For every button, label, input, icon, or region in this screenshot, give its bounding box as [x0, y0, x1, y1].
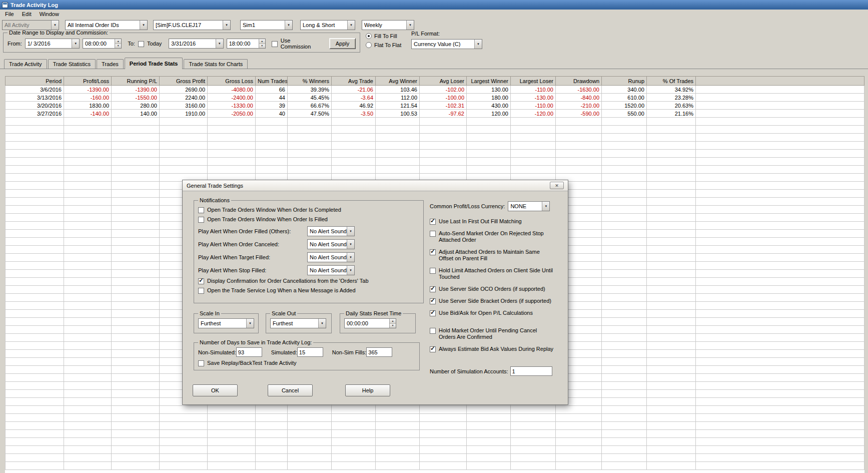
checkbox[interactable]	[430, 231, 436, 237]
to-date-combo[interactable]: 3/31/2016 ▼	[169, 39, 223, 49]
account-combo[interactable]: Sim1 ▼	[240, 20, 293, 30]
checkbox-row[interactable]: Open Trade Orders Window When Order Is F…	[198, 216, 419, 223]
spin-up-icon[interactable]: ▲	[259, 39, 265, 44]
column-header[interactable]: Profit/Loss	[64, 77, 112, 86]
tab[interactable]: Trade Stats for Charts	[184, 59, 248, 69]
column-header[interactable]: Largest Loser	[511, 77, 556, 86]
chevron-down-icon[interactable]: ▼	[216, 39, 223, 48]
dialog-titlebar[interactable]: General Trade Settings ✕	[183, 180, 568, 191]
chevron-down-icon[interactable]: ▼	[51, 21, 59, 30]
table-row[interactable]: 3/27/2016-140.00140.001910.00-2050.00404…	[6, 110, 864, 118]
chevron-down-icon[interactable]: ▼	[318, 319, 326, 328]
period-combo[interactable]: Weekly ▼	[362, 20, 414, 30]
tab[interactable]: Trade Statistics	[48, 59, 96, 69]
menu-edit[interactable]: Edit	[18, 10, 36, 18]
checkbox[interactable]	[430, 219, 436, 225]
chevron-down-icon[interactable]: ▼	[223, 21, 230, 30]
column-header[interactable]: Gross Profit	[160, 77, 208, 86]
column-header[interactable]: Gross Loss	[208, 77, 256, 86]
scale-in-combo[interactable]: Furthest ▼	[198, 318, 254, 328]
close-icon[interactable]: ✕	[550, 182, 564, 189]
column-header[interactable]: Largest Winner	[467, 77, 511, 86]
column-header[interactable]: Drawdown	[556, 77, 602, 86]
checkbox-row[interactable]: Use Bid/Ask for Open P/L Calculations	[430, 310, 564, 316]
cancel-button[interactable]: Cancel	[268, 384, 313, 396]
checkbox[interactable]	[430, 346, 436, 352]
checkbox-row[interactable]: Hold Limit Attached Orders on Client Sid…	[430, 267, 564, 280]
checkbox[interactable]	[198, 288, 204, 294]
column-header[interactable]: Avg Loser	[420, 77, 467, 86]
non-sim-fills-input[interactable]	[366, 347, 392, 357]
internal-order-ids-combo[interactable]: All Internal Order IDs ▼	[65, 20, 148, 30]
chevron-down-icon[interactable]: ▼	[140, 21, 147, 30]
pl-format-combo[interactable]: Currency Value (C) ▼	[411, 39, 482, 49]
chevron-down-icon[interactable]: ▼	[474, 40, 482, 49]
save-replay-row[interactable]: Save Replay/BackTest Trade Activity	[198, 360, 415, 366]
checkbox[interactable]	[430, 286, 436, 292]
spin-down-icon[interactable]: ▼	[390, 324, 396, 328]
spin-down-icon[interactable]: ▼	[115, 44, 121, 49]
checkbox-row[interactable]: Hold Market Order Until Pending Cancel O…	[430, 327, 564, 340]
column-header[interactable]: Avg Winner	[376, 77, 420, 86]
save-replay-checkbox[interactable]	[198, 360, 204, 366]
menu-window[interactable]: Window	[36, 10, 63, 18]
tab[interactable]: Trades	[97, 59, 124, 69]
chevron-down-icon[interactable]: ▼	[347, 253, 354, 262]
activity-filter-combo[interactable]: All Activity ▼	[2, 20, 59, 30]
chevron-down-icon[interactable]: ▼	[347, 266, 354, 275]
today-checkbox[interactable]	[138, 41, 144, 47]
help-button[interactable]: Help	[345, 384, 390, 396]
apply-button[interactable]: Apply	[329, 38, 356, 49]
checkbox[interactable]	[198, 278, 204, 284]
checkbox-row[interactable]: Always Estimate Bid Ask Values During Re…	[430, 346, 564, 352]
chevron-down-icon[interactable]: ▼	[72, 39, 79, 48]
checkbox[interactable]	[430, 249, 436, 255]
menu-file[interactable]: File	[1, 10, 18, 18]
tab[interactable]: Period Trade Stats	[125, 58, 183, 69]
column-header[interactable]: % Winners	[288, 77, 332, 86]
column-header[interactable]: Running P/L	[112, 77, 160, 86]
checkbox[interactable]	[430, 298, 436, 304]
checkbox[interactable]	[198, 207, 204, 213]
column-header[interactable]: Runup	[602, 77, 647, 86]
ok-button[interactable]: OK	[193, 384, 238, 396]
checkbox-row[interactable]: Adjust Attached Orders to Maintain Same …	[430, 249, 564, 262]
column-header[interactable]: Avg Trade	[332, 77, 376, 86]
alert-sound-combo[interactable]: No Alert Sound ▼	[307, 226, 355, 236]
column-header[interactable]: Num Trades	[256, 77, 288, 86]
from-date-combo[interactable]: 1/ 3/2016 ▼	[25, 39, 80, 49]
use-commission-checkbox[interactable]	[272, 41, 278, 47]
long-short-combo[interactable]: Long & Short ▼	[300, 20, 355, 30]
chevron-down-icon[interactable]: ▼	[285, 21, 292, 30]
table-row[interactable]: 3/20/20161830.00280.003160.00-1330.00396…	[6, 102, 864, 110]
chevron-down-icon[interactable]: ▼	[347, 227, 354, 236]
window-titlebar[interactable]: Trade Activity Log	[0, 0, 868, 10]
checkbox-row[interactable]: Display Confirmation for Order Cancellat…	[198, 278, 419, 284]
chevron-down-icon[interactable]: ▼	[406, 21, 414, 30]
sim-accounts-input[interactable]	[510, 366, 552, 376]
non-simulated-input[interactable]	[236, 347, 262, 357]
checkbox[interactable]	[198, 217, 204, 223]
checkbox[interactable]	[430, 268, 436, 274]
daily-reset-time-spinner[interactable]: 00:00:00 ▲ ▼	[344, 318, 396, 328]
spin-up-icon[interactable]: ▲	[390, 319, 396, 324]
checkbox-row[interactable]: Auto-Send Market Order On Rejected Stop …	[430, 230, 564, 243]
chevron-down-icon[interactable]: ▼	[347, 240, 354, 249]
checkbox[interactable]	[430, 310, 436, 316]
alert-sound-combo[interactable]: No Alert Sound ▼	[307, 239, 355, 249]
to-time-spinner[interactable]: 18:00:00 ▲ ▼	[227, 39, 266, 49]
chevron-down-icon[interactable]: ▼	[542, 202, 549, 211]
from-time-spinner[interactable]: 08:00:00 ▲ ▼	[83, 39, 122, 49]
checkbox-row[interactable]: Open the Trade Service Log When a New Me…	[198, 287, 419, 294]
simulated-input[interactable]	[297, 347, 323, 357]
chevron-down-icon[interactable]: ▼	[246, 319, 254, 328]
checkbox-row[interactable]: Use Server Side OCO Orders (if supported…	[430, 286, 564, 292]
fill-to-fill-option[interactable]: Fill To Fill	[366, 33, 401, 39]
table-row[interactable]: 3/13/2016-160.00-1550.002240.00-2400.004…	[6, 94, 864, 102]
column-header[interactable]: Period	[6, 77, 64, 86]
checkbox[interactable]	[430, 328, 436, 334]
spin-up-icon[interactable]: ▲	[115, 39, 121, 44]
flat-to-flat-option[interactable]: Flat To Flat	[366, 42, 401, 48]
scale-out-combo[interactable]: Furthest ▼	[270, 318, 326, 328]
checkbox-row[interactable]: Use Server Side Bracket Orders (if suppo…	[430, 298, 564, 304]
